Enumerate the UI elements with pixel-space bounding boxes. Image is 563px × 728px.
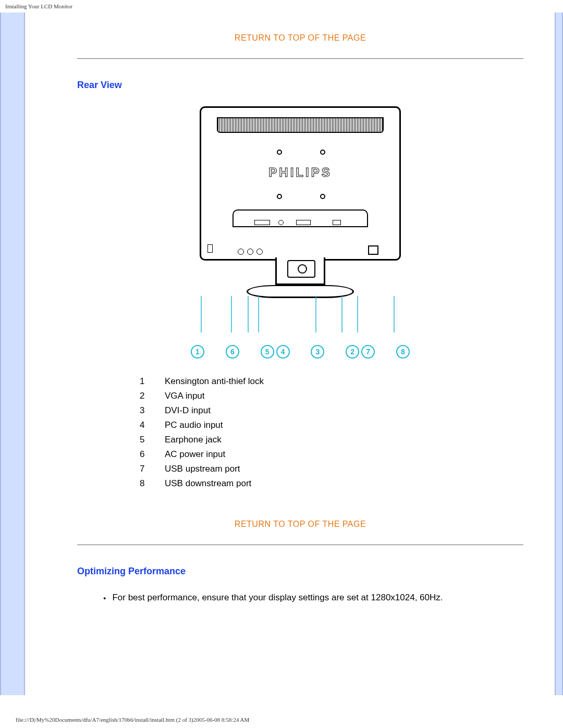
callout-3: 3 bbox=[311, 345, 324, 359]
callout-6: 6 bbox=[226, 345, 239, 359]
table-row: 1Kensington anti-thief lock bbox=[140, 374, 273, 389]
table-row: 8USB downstream port bbox=[140, 476, 273, 491]
table-row: 3DVI-D input bbox=[140, 403, 273, 418]
callout-1: 1 bbox=[191, 345, 204, 359]
callout-2: 2 bbox=[346, 345, 359, 359]
callout-4: 4 bbox=[276, 345, 290, 359]
page-running-header: Installing Your LCD Monitor bbox=[0, 0, 563, 13]
table-row: 5Earphone jack bbox=[140, 433, 273, 447]
callout-8: 8 bbox=[396, 345, 410, 359]
table-row: 6AC power input bbox=[140, 447, 273, 462]
callout-7: 7 bbox=[361, 345, 375, 359]
table-row: 2VGA input bbox=[140, 389, 273, 403]
list-item: For best performance, ensure that your d… bbox=[103, 593, 523, 603]
callout-5: 5 bbox=[261, 345, 274, 359]
rear-view-parts-list: 1Kensington anti-thief lock 2VGA input 3… bbox=[140, 374, 380, 491]
rear-view-diagram: PHILIPS bbox=[186, 106, 415, 359]
callout-number-row: 1 6 5 4 3 2 7 bbox=[188, 345, 413, 359]
table-row: 4PC audio input bbox=[140, 418, 273, 433]
optimizing-performance-heading: Optimizing Performance bbox=[77, 566, 523, 577]
return-to-top-link[interactable]: RETURN TO TOP OF THE PAGE bbox=[77, 33, 523, 43]
rear-view-heading: Rear View bbox=[77, 80, 523, 91]
right-sidebar-stripe bbox=[555, 13, 563, 695]
return-to-top-link[interactable]: RETURN TO TOP OF THE PAGE bbox=[77, 520, 523, 529]
diagram-brand-label: PHILIPS bbox=[201, 165, 399, 180]
left-sidebar-stripe bbox=[0, 13, 25, 695]
table-row: 7USB upstream port bbox=[140, 462, 273, 476]
divider bbox=[77, 58, 523, 59]
page-footer-path: file:///D|/My%20Documents/dfu/A7/english… bbox=[0, 711, 255, 723]
main-content: RETURN TO TOP OF THE PAGE Rear View PHIL… bbox=[25, 13, 555, 695]
divider bbox=[77, 545, 523, 545]
optimizing-performance-list: For best performance, ensure that your d… bbox=[103, 593, 523, 603]
